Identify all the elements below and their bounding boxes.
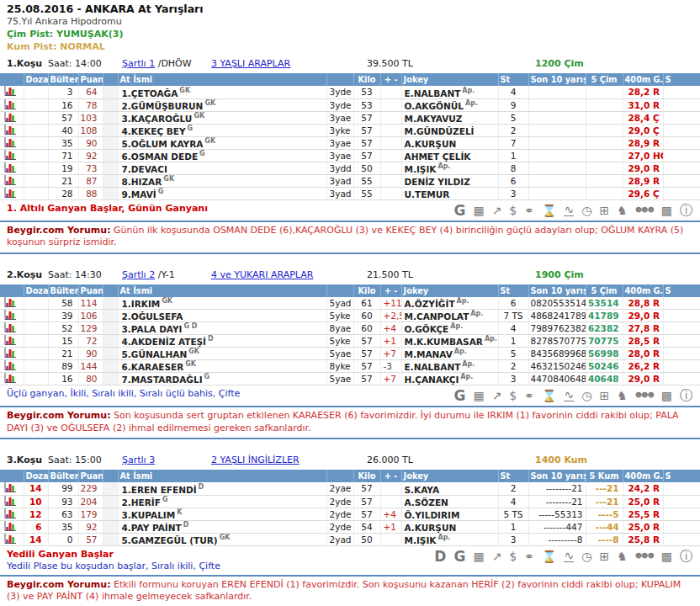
puan-value: 78 — [78, 98, 103, 111]
photo-finish-icon[interactable]: ▩ — [661, 549, 672, 564]
ganyan-g-icon[interactable]: G — [453, 388, 465, 403]
last5-surface-results — [586, 174, 623, 187]
money-icon[interactable]: $ — [509, 549, 517, 564]
dozaj-chart-icon[interactable] — [4, 535, 17, 545]
binoculars-icon[interactable]: ⚭ — [524, 388, 534, 403]
dozaj-chart-icon[interactable] — [4, 362, 17, 372]
race-class-link[interactable]: 3 YAŞLI ARAPLAR — [211, 58, 290, 69]
last10-results — [528, 136, 586, 149]
hourglass-icon[interactable]: ⌛ — [542, 203, 556, 218]
stopwatch-icon[interactable]: ◷ — [581, 549, 591, 564]
race-header-line: 1.Koşu Saat: 14:00 Şartlı 1 /DHÖW 3 YAŞL… — [7, 58, 700, 72]
bulten-value: 39 — [48, 310, 78, 322]
info-icon[interactable]: ⓘ — [680, 203, 693, 218]
dozaj-chart-icon[interactable] — [4, 152, 17, 162]
dozaj-chart-icon[interactable] — [4, 484, 17, 494]
dozaj-chart-icon[interactable] — [4, 311, 17, 322]
dozaj-chart-icon[interactable] — [4, 88, 17, 98]
stopwatch-icon[interactable]: ◷ — [581, 388, 591, 403]
calculator-icon[interactable]: ⊞ — [599, 203, 609, 218]
race-condition-link[interactable]: Şartlı 3 — [122, 454, 155, 465]
calculator-icon[interactable]: ⊞ — [599, 388, 609, 403]
race-class-link[interactable]: 4 ve YUKARI ARAPLAR — [211, 269, 313, 280]
col-last10: Son 10 yarışı — [528, 284, 586, 297]
weight-delta — [380, 174, 401, 187]
kilo-value: 57 — [353, 373, 380, 385]
dozaj-chart-icon[interactable] — [4, 177, 17, 187]
info-icon[interactable]: ⓘ — [680, 549, 693, 564]
dozaj-chart-icon[interactable] — [4, 324, 17, 334]
last10-results — [528, 187, 586, 199]
crowd-icon[interactable]: ☻☻☻ — [635, 388, 654, 403]
calculator-icon[interactable]: ⊞ — [599, 549, 609, 564]
last5-surface-results: ---44 — [586, 520, 623, 533]
start-box: 3 — [498, 533, 528, 545]
crowd-icon[interactable]: ☻☻☻ — [635, 203, 654, 218]
race-table: Dozaj Bülten Puan At İsmi Kilo + - Jokey… — [0, 470, 700, 546]
dozaj-chart-icon[interactable] — [4, 375, 17, 385]
age-group: 8yae — [326, 322, 353, 335]
form-chart-icon[interactable]: ∿ — [564, 550, 574, 562]
binoculars-icon[interactable]: ⚭ — [524, 549, 534, 564]
dozaj-chart-icon[interactable] — [4, 497, 17, 508]
last5-surface-results: 56998 — [586, 348, 623, 360]
daily-double-d-icon[interactable]: D — [434, 549, 446, 564]
binoculars-icon[interactable]: ⚭ — [524, 203, 534, 218]
horse-tag: GK — [188, 348, 199, 355]
race-condition-link[interactable]: Şartlı 1 — [122, 58, 155, 69]
col-start: St — [498, 470, 528, 482]
trend-arrow-icon[interactable]: ↗ — [492, 203, 502, 218]
kilo-value: 55 — [353, 174, 380, 187]
ganyan-g-icon[interactable]: G — [453, 549, 465, 564]
dozaj-chart-icon[interactable] — [4, 101, 17, 111]
horse-name: 4.AKDENİZ ATEŞİD — [118, 335, 326, 348]
horse-icon[interactable]: ♞ — [617, 549, 628, 564]
dozaj-chart-icon[interactable] — [4, 337, 17, 347]
dozaj-chart-icon[interactable] — [4, 189, 17, 199]
horse-icon[interactable]: ♞ — [617, 388, 628, 403]
race-class-link[interactable]: 2 YAŞLI İNGİLİZLER — [211, 454, 300, 465]
info-icon[interactable]: ⓘ — [680, 388, 693, 403]
money-icon[interactable]: $ — [509, 203, 517, 218]
dozaj-chart-icon[interactable] — [4, 349, 17, 359]
horse-tag: D — [208, 335, 214, 343]
dozaj-chart-icon[interactable] — [4, 114, 17, 124]
col-dozaj: Dozaj — [24, 470, 48, 482]
ganyan-g-icon[interactable]: G — [453, 203, 465, 218]
program-table-icon[interactable]: ▦ — [473, 203, 484, 218]
photo-finish-icon[interactable]: ▩ — [661, 388, 672, 403]
horse-row: 3 64 1.ÇETOAĞAGK 3yde 53 E.NALBANTAp. 4 … — [0, 86, 700, 98]
dozaj-chart-icon[interactable] — [4, 139, 17, 149]
trend-arrow-icon[interactable]: ↗ — [492, 388, 502, 403]
weight-delta — [380, 149, 401, 162]
race-condition-link[interactable]: Şartlı 2 — [122, 269, 155, 280]
age-group: 2yde — [326, 520, 353, 533]
form-chart-icon[interactable]: ∿ — [564, 205, 574, 216]
horse-row: 21 90 5.GÜNALHANGK 5yae 57 +7 M.MANAVAp.… — [0, 348, 700, 360]
jockey-tag: Ap. — [438, 534, 450, 541]
hourglass-icon[interactable]: ⌛ — [542, 549, 556, 564]
trend-arrow-icon[interactable]: ↗ — [492, 549, 502, 564]
program-table-icon[interactable]: ▦ — [473, 549, 484, 564]
crowd-icon[interactable]: ☻☻☻ — [635, 549, 654, 564]
dozaj-chart-icon[interactable] — [4, 299, 17, 309]
form-chart-icon[interactable]: ∿ — [564, 390, 574, 401]
dozaj-chart-icon[interactable] — [4, 126, 17, 136]
bulten-value: 35 — [48, 136, 78, 149]
bet-info-blue: Üçlü ganyan, İkili, Sıralı ikili, Sıralı… — [7, 388, 240, 400]
program-table-icon[interactable]: ▦ — [473, 388, 484, 403]
stopwatch-icon[interactable]: ◷ — [581, 203, 591, 218]
start-box: 4 — [498, 495, 528, 508]
dozaj-chart-icon[interactable] — [4, 523, 17, 533]
dozaj-chart-icon[interactable] — [4, 510, 17, 520]
horse-icon[interactable]: ♞ — [617, 203, 628, 218]
col-last5-surface: 5 Çim — [586, 73, 623, 86]
last5-surface-results — [586, 86, 623, 98]
start-box: 2 — [498, 482, 528, 495]
dozaj-chart-icon[interactable] — [4, 164, 17, 174]
start-box: 5 — [498, 111, 528, 124]
photo-finish-icon[interactable]: ▩ — [661, 203, 672, 218]
race-number: 2.Koşu — [7, 269, 48, 280]
money-icon[interactable]: $ — [509, 388, 517, 403]
hourglass-icon[interactable]: ⌛ — [542, 388, 556, 403]
